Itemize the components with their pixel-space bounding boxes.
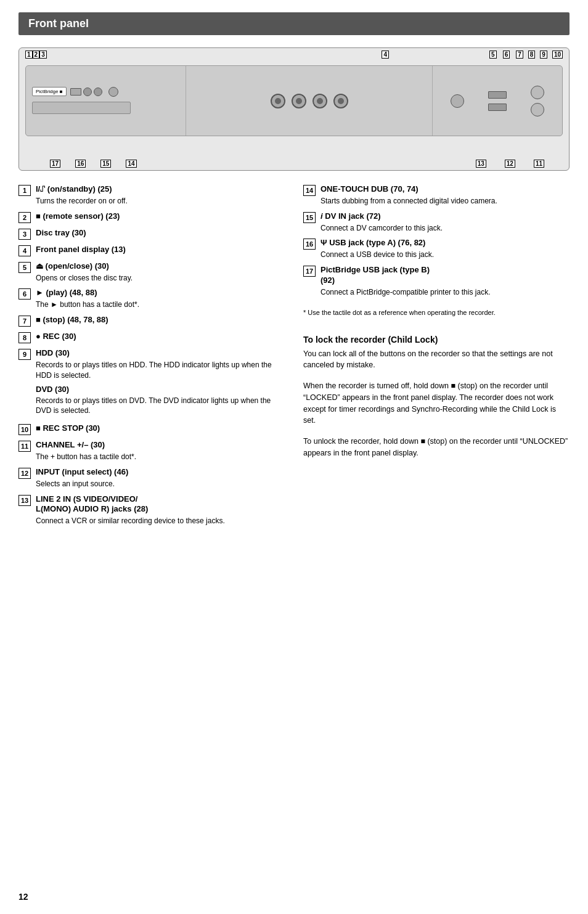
diag-num-14: 14 [126,160,136,168]
item-5-title: ⏏ (open/close) (30) [36,261,285,272]
item-num-16: 16 [303,239,316,250]
item-10-content: ■ REC STOP (30) [36,423,285,434]
item-num-5: 5 [18,262,31,273]
item-17-content: PictBridge USB jack (type B)(92) Connect… [321,265,570,298]
device-diagram: 1 2 3 4 5 6 7 8 9 10 PictBridge ■ [18,47,570,171]
item-15-content: i DV IN jack (72) Connect a DV camcorder… [321,211,570,234]
content-area: 1 I/⑀ (on/standby) (25) Turns the record… [18,184,570,531]
diag-num-12: 12 [505,160,515,168]
item-1-desc: Turns the recorder on or off. [36,196,285,206]
item-8-content: ● REC (30) [36,332,285,342]
diag-num-15: 15 [100,160,111,168]
item-5-content: ⏏ (open/close) (30) Opens or closes the … [36,261,285,284]
lock-heading: To lock the recorder (Child Lock) [303,335,570,345]
item-15-desc: Connect a DV camcorder to this jack. [321,223,570,234]
item-num-9: 9 [18,349,31,360]
lock-section: To lock the recorder (Child Lock) You ca… [303,325,570,459]
item-9-subsection: DVD (30) Records to or plays titles on D… [36,385,285,417]
item-num-7: 7 [18,316,31,327]
item-num-2: 2 [18,212,31,223]
item-8-title: ● REC (30) [36,332,285,342]
item-14-desc: Starts dubbing from a connected digital … [321,196,570,206]
item-num-13: 13 [18,495,31,506]
item-num-11: 11 [18,441,31,452]
item-12-content: INPUT (input select) (46) Selects an inp… [36,467,285,489]
item-num-6: 6 [18,288,31,300]
item-16-desc: Connect a USB device to this jack. [321,250,570,260]
item-11-content: CHANNEL +/– (30) The + button has a tact… [36,440,285,462]
item-14-content: ONE-TOUCH DUB (70, 74) Starts dubbing fr… [321,184,570,206]
item-9-title: HDD (30) [36,348,285,359]
item-15: 15 i DV IN jack (72) Connect a DV camcor… [303,211,570,234]
item-2-content: ■ (remote sensor) (23) [36,211,285,222]
item-num-8: 8 [18,332,31,343]
item-13-content: LINE 2 IN (S VIDEO/VIDEO/L(MONO) AUDIO R… [36,494,285,527]
item-6-desc: The ► button has a tactile dot*. [36,300,285,310]
item-4-title: Front panel display (13) [36,245,285,255]
item-17-desc: Connect a PictBridge-compatible printer … [321,287,570,298]
item-14: 14 ONE-TOUCH DUB (70, 74) Starts dubbing… [303,184,570,206]
right-column: 14 ONE-TOUCH DUB (70, 74) Starts dubbing… [303,184,570,459]
item-16-title: Ψ USB jack (type A) (76, 82) [321,238,570,248]
item-10-title: ■ REC STOP (30) [36,423,285,434]
lock-para-2: When the recorder is turned off, hold do… [303,380,570,426]
diag-num-2: 2 [33,51,40,59]
item-2: 2 ■ (remote sensor) (23) [18,211,285,223]
item-3-content: Disc tray (30) [36,228,285,239]
item-11-title: CHANNEL +/– (30) [36,440,285,451]
item-num-3: 3 [18,229,31,240]
item-16: 16 Ψ USB jack (type A) (76, 82) Connect … [303,238,570,260]
diag-num-1: 1 [25,51,33,59]
diag-num-16: 16 [75,160,86,168]
item-num-17: 17 [303,266,316,277]
item-7-content: ■ (stop) (48, 78, 88) [36,315,285,325]
item-11: 11 CHANNEL +/– (30) The + button has a t… [18,440,285,462]
item-5-desc: Opens or closes the disc tray. [36,273,285,284]
item-9-sub-title: DVD (30) [36,385,285,394]
item-1-title: I/⑀ (on/standby) (25) [36,184,285,195]
item-13-title: LINE 2 IN (S VIDEO/VIDEO/L(MONO) AUDIO R… [36,494,285,515]
item-10: 10 ■ REC STOP (30) [18,423,285,435]
item-1: 1 I/⑀ (on/standby) (25) Turns the record… [18,184,285,206]
item-9: 9 HDD (30) Records to or plays titles on… [18,348,285,418]
diag-num-10: 10 [552,51,563,59]
item-num-15: 15 [303,212,316,223]
item-15-title: i DV IN jack (72) [321,211,570,222]
item-6-title: ► (play) (48, 88) [36,288,285,298]
diag-num-3: 3 [39,51,47,59]
item-12: 12 INPUT (input select) (46) Selects an … [18,467,285,489]
item-4-content: Front panel display (13) [36,245,285,255]
lock-para-3: To unlock the recorder, hold down ■ (sto… [303,436,570,459]
item-9-content: HDD (30) Records to or plays titles on H… [36,348,285,418]
item-16-content: Ψ USB jack (type A) (76, 82) Connect a U… [321,238,570,260]
item-9-desc: Records to or plays titles on HDD. The H… [36,360,285,381]
item-13: 13 LINE 2 IN (S VIDEO/VIDEO/L(MONO) AUDI… [18,494,285,527]
item-6: 6 ► (play) (48, 88) The ► button has a t… [18,288,285,310]
item-num-14: 14 [303,185,316,196]
device-body: PictBridge ■ [25,65,563,136]
item-4: 4 Front panel display (13) [18,245,285,256]
left-column: 1 I/⑀ (on/standby) (25) Turns the record… [18,184,285,531]
item-3: 3 Disc tray (30) [18,228,285,240]
footnote: * Use the tactile dot as a reference whe… [303,309,570,316]
item-num-1: 1 [18,185,31,196]
diag-num-13: 13 [476,160,486,168]
item-3-title: Disc tray (30) [36,228,285,239]
item-num-10: 10 [18,424,31,435]
item-14-title: ONE-TOUCH DUB (70, 74) [321,184,570,195]
diag-num-17: 17 [50,160,60,168]
item-7-title: ■ (stop) (48, 78, 88) [36,315,285,325]
item-17: 17 PictBridge USB jack (type B)(92) Conn… [303,265,570,298]
item-12-title: INPUT (input select) (46) [36,467,285,478]
item-17-title: PictBridge USB jack (type B)(92) [321,265,570,286]
item-2-title: ■ (remote sensor) (23) [36,211,285,222]
item-5: 5 ⏏ (open/close) (30) Opens or closes th… [18,261,285,284]
item-1-content: I/⑀ (on/standby) (25) Turns the recorder… [36,184,285,206]
diag-num-8: 8 [528,51,536,59]
page-number: 12 [18,892,28,902]
diag-num-6: 6 [503,51,510,59]
item-12-desc: Selects an input source. [36,479,285,489]
page-title: Front panel [18,12,570,35]
item-num-12: 12 [18,468,31,479]
diag-num-11: 11 [534,160,544,168]
